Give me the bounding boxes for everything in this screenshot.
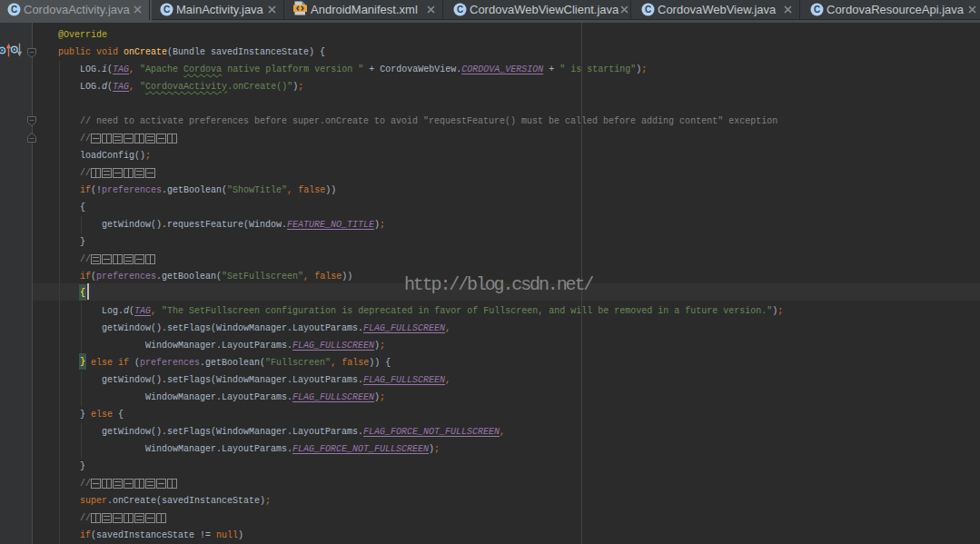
svg-text:C: C <box>11 5 17 15</box>
svg-text:C: C <box>457 5 463 15</box>
svg-text:C: C <box>814 5 820 15</box>
svg-text:C: C <box>163 5 170 15</box>
svg-text:C: C <box>645 5 651 15</box>
